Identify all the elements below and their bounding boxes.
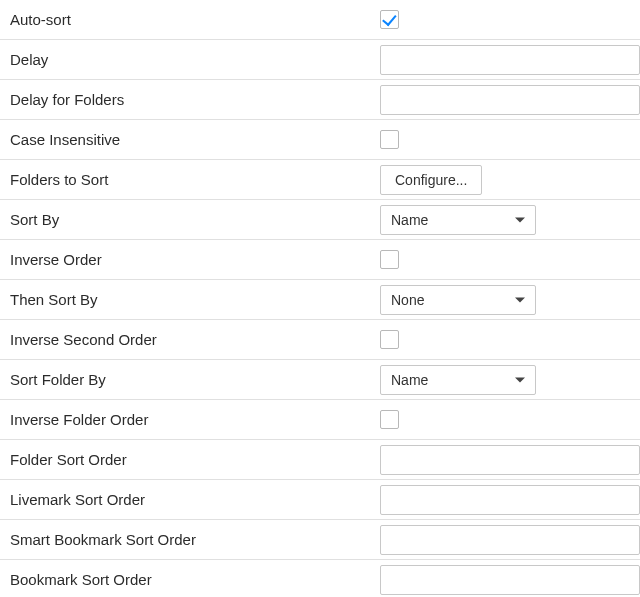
label-auto-sort: Auto-sort <box>0 11 380 28</box>
label-delay-folders: Delay for Folders <box>0 91 380 108</box>
row-sort-by: Sort By Name <box>0 200 640 240</box>
row-delay: Delay <box>0 40 640 80</box>
configure-button[interactable]: Configure... <box>380 165 482 195</box>
case-insensitive-checkbox[interactable] <box>380 130 399 149</box>
livemark-sort-order-input[interactable] <box>380 485 640 515</box>
then-sort-by-select[interactable]: None <box>380 285 536 315</box>
inverse-second-order-checkbox[interactable] <box>380 330 399 349</box>
label-inverse-second-order: Inverse Second Order <box>0 331 380 348</box>
row-bookmark-sort-order: Bookmark Sort Order <box>0 560 640 597</box>
auto-sort-checkbox[interactable] <box>380 10 399 29</box>
label-smart-bookmark-sort-order: Smart Bookmark Sort Order <box>0 531 380 548</box>
then-sort-by-value: None <box>391 292 424 308</box>
label-delay: Delay <box>0 51 380 68</box>
delay-folders-input[interactable] <box>380 85 640 115</box>
inverse-order-checkbox[interactable] <box>380 250 399 269</box>
row-case-insensitive: Case Insensitive <box>0 120 640 160</box>
sort-folder-by-value: Name <box>391 372 428 388</box>
label-sort-folder-by: Sort Folder By <box>0 371 380 388</box>
sort-folder-by-select[interactable]: Name <box>380 365 536 395</box>
row-delay-folders: Delay for Folders <box>0 80 640 120</box>
row-inverse-order: Inverse Order <box>0 240 640 280</box>
label-bookmark-sort-order: Bookmark Sort Order <box>0 571 380 588</box>
label-inverse-order: Inverse Order <box>0 251 380 268</box>
label-then-sort-by: Then Sort By <box>0 291 380 308</box>
label-sort-by: Sort By <box>0 211 380 228</box>
label-folders-to-sort: Folders to Sort <box>0 171 380 188</box>
folder-sort-order-input[interactable] <box>380 445 640 475</box>
row-sort-folder-by: Sort Folder By Name <box>0 360 640 400</box>
label-inverse-folder-order: Inverse Folder Order <box>0 411 380 428</box>
row-folders-to-sort: Folders to Sort Configure... <box>0 160 640 200</box>
delay-input[interactable] <box>380 45 640 75</box>
sort-by-select[interactable]: Name <box>380 205 536 235</box>
row-inverse-folder-order: Inverse Folder Order <box>0 400 640 440</box>
chevron-down-icon <box>515 217 525 222</box>
row-inverse-second-order: Inverse Second Order <box>0 320 640 360</box>
row-smart-bookmark-sort-order: Smart Bookmark Sort Order <box>0 520 640 560</box>
row-livemark-sort-order: Livemark Sort Order <box>0 480 640 520</box>
chevron-down-icon <box>515 377 525 382</box>
row-then-sort-by: Then Sort By None <box>0 280 640 320</box>
label-case-insensitive: Case Insensitive <box>0 131 380 148</box>
bookmark-sort-order-input[interactable] <box>380 565 640 595</box>
row-auto-sort: Auto-sort <box>0 0 640 40</box>
label-livemark-sort-order: Livemark Sort Order <box>0 491 380 508</box>
sort-by-value: Name <box>391 212 428 228</box>
row-folder-sort-order: Folder Sort Order <box>0 440 640 480</box>
label-folder-sort-order: Folder Sort Order <box>0 451 380 468</box>
inverse-folder-order-checkbox[interactable] <box>380 410 399 429</box>
chevron-down-icon <box>515 297 525 302</box>
settings-table: Auto-sort Delay Delay for Folders Case I… <box>0 0 640 597</box>
smart-bookmark-sort-order-input[interactable] <box>380 525 640 555</box>
